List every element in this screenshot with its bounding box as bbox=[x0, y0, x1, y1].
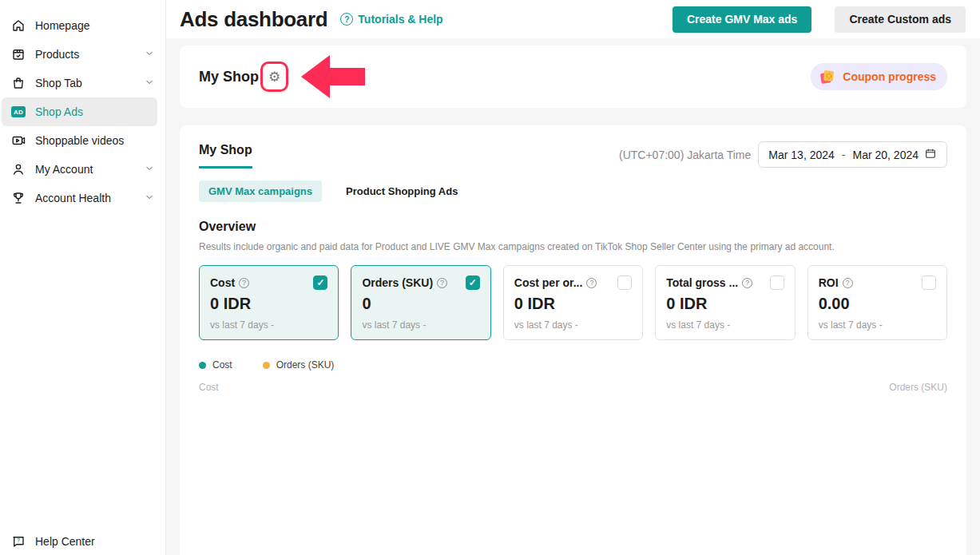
help-icon[interactable]: ? bbox=[742, 278, 752, 288]
metric-checkbox[interactable]: ✓ bbox=[313, 276, 327, 290]
metric-card[interactable]: Cost per or... ? ✓ 0 IDR vs last 7 days … bbox=[503, 265, 643, 340]
overview-description: Results include organic and paid data fo… bbox=[199, 241, 947, 252]
question-pin-icon: ? bbox=[340, 13, 353, 26]
sidebar-item-label: Help Center bbox=[35, 535, 95, 548]
sidebar-item-label: My Account bbox=[35, 163, 93, 176]
tab-my-shop[interactable]: My Shop bbox=[199, 143, 252, 168]
metric-compare: vs last 7 days - bbox=[819, 319, 936, 331]
metric-checkbox[interactable]: ✓ bbox=[617, 276, 632, 290]
chevron-down-icon bbox=[145, 48, 154, 61]
coupon-progress-label: Coupon progress bbox=[843, 70, 936, 83]
overview-title: Overview bbox=[199, 220, 947, 234]
sidebar-item-label: Account Health bbox=[35, 192, 111, 204]
campaign-tab[interactable]: Product Shopping Ads bbox=[336, 180, 467, 202]
sidebar-item-label: Shoppable videos bbox=[35, 134, 124, 147]
sidebar-nav: Homepage Products Shop Tab bbox=[0, 0, 165, 212]
sidebar-item-account-health[interactable]: Account Health bbox=[0, 184, 165, 212]
coupon-ticket-icon bbox=[819, 68, 836, 85]
metric-value: 0 IDR bbox=[666, 295, 784, 313]
date-start: Mar 13, 2024 bbox=[768, 149, 835, 161]
trophy-icon bbox=[11, 191, 26, 205]
create-gmv-max-ads-button[interactable]: Create GMV Max ads bbox=[673, 6, 812, 33]
metric-label: Cost bbox=[210, 276, 235, 289]
check-icon: ✓ bbox=[316, 278, 324, 287]
sidebar-item-shop-ads[interactable]: AD Shop Ads bbox=[2, 97, 157, 126]
content-area: My Shop ⚙ Coupon progress bbox=[166, 38, 980, 555]
chart-plot-area bbox=[199, 393, 947, 521]
help-chat-icon: ? bbox=[11, 534, 26, 549]
metric-value: 0 IDR bbox=[514, 295, 632, 313]
metric-checkbox[interactable]: ✓ bbox=[922, 276, 936, 290]
metric-card[interactable]: Cost ? ✓ 0 IDR vs last 7 days - bbox=[199, 265, 339, 340]
legend-dot bbox=[263, 362, 270, 369]
metric-compare: vs last 7 days - bbox=[514, 319, 632, 331]
calendar-icon bbox=[924, 147, 937, 162]
tutorials-help-label: Tutorials & Help bbox=[358, 13, 442, 26]
page-header: Ads dashboard ? Tutorials & Help Create … bbox=[166, 0, 980, 38]
page-title: Ads dashboard bbox=[180, 7, 327, 32]
sidebar-item-shoppable-videos[interactable]: Shoppable videos bbox=[0, 126, 165, 155]
help-icon[interactable]: ? bbox=[586, 278, 597, 288]
metric-card[interactable]: Orders (SKU) ? ✓ 0 vs last 7 days - bbox=[351, 265, 490, 340]
metric-checkbox[interactable]: ✓ bbox=[770, 276, 784, 290]
annotation-arrow-icon bbox=[301, 55, 365, 98]
metric-cards-row: Cost ? ✓ 0 IDR vs last 7 days - Orders (… bbox=[199, 265, 947, 340]
video-icon bbox=[11, 133, 26, 148]
sidebar-item-products[interactable]: Products bbox=[0, 40, 165, 69]
sidebar-item-label: Homepage bbox=[35, 19, 90, 32]
ad-icon: AD bbox=[11, 105, 26, 119]
date-end: Mar 20, 2024 bbox=[853, 149, 919, 161]
date-range-picker[interactable]: Mar 13, 2024 - Mar 20, 2024 bbox=[758, 141, 947, 168]
metric-compare: vs last 7 days - bbox=[362, 319, 479, 331]
campaign-tabs: GMV Max campaigns Product Shopping Ads bbox=[199, 180, 947, 202]
shopping-bag-icon bbox=[11, 76, 26, 90]
left-axis-label: Cost bbox=[199, 382, 219, 393]
metric-checkbox[interactable]: ✓ bbox=[466, 276, 480, 290]
sidebar-item-my-account[interactable]: My Account bbox=[0, 155, 165, 184]
sidebar-item-homepage[interactable]: Homepage bbox=[0, 11, 165, 40]
dashboard-panel: My Shop (UTC+07:00) Jakarta Time Mar 13,… bbox=[180, 125, 966, 555]
help-icon[interactable]: ? bbox=[843, 278, 853, 288]
metric-card[interactable]: ROI ? ✓ 0.00 vs last 7 days - bbox=[807, 265, 947, 340]
panel-header: My Shop (UTC+07:00) Jakarta Time Mar 13,… bbox=[199, 143, 947, 168]
metric-label: ROI bbox=[819, 276, 839, 289]
chart-axis-labels: Cost Orders (SKU) bbox=[199, 382, 947, 393]
help-icon[interactable]: ? bbox=[239, 278, 249, 288]
home-icon bbox=[11, 18, 26, 33]
annotation-highlight-box: ⚙ bbox=[260, 61, 288, 92]
metric-card[interactable]: Total gross ... ? ✓ 0 IDR vs last 7 days… bbox=[655, 265, 795, 340]
metric-value: 0 bbox=[362, 295, 479, 313]
metric-label: Total gross ... bbox=[666, 276, 738, 289]
legend-item-cost[interactable]: Cost bbox=[199, 359, 232, 371]
app-window: Homepage Products Shop Tab bbox=[0, 0, 980, 555]
user-icon bbox=[11, 162, 26, 176]
metric-label: Cost per or... bbox=[514, 276, 583, 289]
sidebar-item-shop-tab[interactable]: Shop Tab bbox=[0, 69, 165, 97]
timezone-label: (UTC+07:00) Jakarta Time bbox=[619, 149, 751, 161]
package-icon bbox=[11, 47, 26, 61]
sidebar-footer: ? Help Center bbox=[0, 528, 165, 555]
tutorials-help-link[interactable]: ? Tutorials & Help bbox=[340, 13, 442, 26]
help-icon[interactable]: ? bbox=[437, 278, 447, 288]
chevron-down-icon bbox=[145, 77, 154, 89]
shop-settings-gear-icon[interactable]: ⚙ bbox=[268, 70, 280, 84]
chevron-down-icon bbox=[145, 192, 154, 204]
metric-value: 0 IDR bbox=[210, 295, 327, 313]
metric-compare: vs last 7 days - bbox=[666, 319, 784, 331]
metric-compare: vs last 7 days - bbox=[210, 319, 327, 331]
metric-label: Orders (SKU) bbox=[362, 276, 433, 289]
campaign-tab[interactable]: GMV Max campaigns bbox=[199, 180, 322, 202]
sidebar-item-label: Shop Ads bbox=[35, 105, 83, 118]
metric-value: 0.00 bbox=[819, 295, 936, 313]
right-axis-label: Orders (SKU) bbox=[889, 382, 947, 393]
main-area: Ads dashboard ? Tutorials & Help Create … bbox=[166, 0, 980, 555]
coupon-progress-badge[interactable]: Coupon progress bbox=[811, 63, 947, 90]
svg-text:?: ? bbox=[17, 537, 20, 543]
legend-item-orders[interactable]: Orders (SKU) bbox=[263, 359, 335, 371]
create-custom-ads-button[interactable]: Create Custom ads bbox=[835, 6, 966, 33]
sidebar-item-help-center[interactable]: ? Help Center bbox=[0, 528, 165, 555]
shop-name: My Shop bbox=[199, 69, 259, 85]
legend-dot bbox=[199, 362, 206, 369]
sidebar-item-label: Products bbox=[35, 48, 79, 61]
shop-banner-card: My Shop ⚙ Coupon progress bbox=[180, 46, 966, 108]
